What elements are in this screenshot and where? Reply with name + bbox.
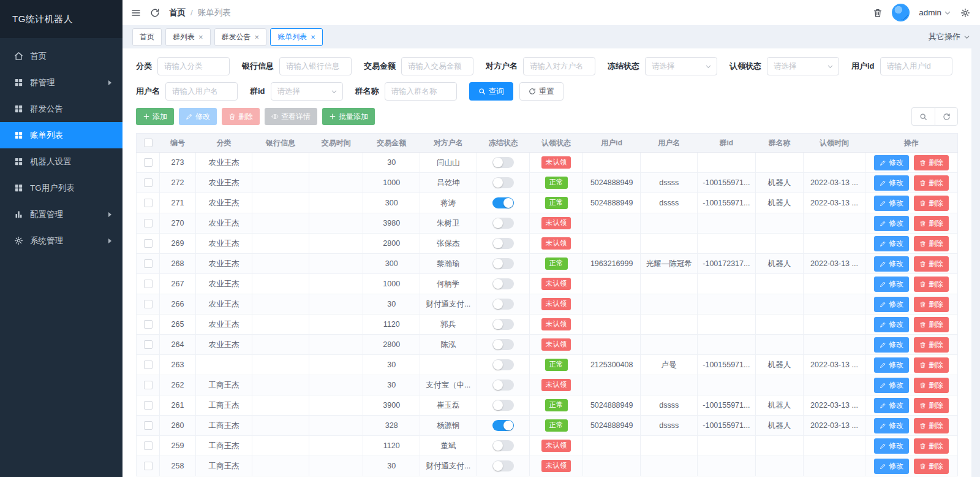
row-delete-button[interactable]: 删除 bbox=[914, 337, 949, 353]
row-checkbox[interactable] bbox=[144, 178, 153, 187]
row-checkbox[interactable] bbox=[144, 280, 153, 288]
filter-user-name-input[interactable] bbox=[165, 82, 238, 101]
select-all-checkbox[interactable] bbox=[144, 139, 153, 147]
row-edit-button[interactable]: 修改 bbox=[874, 438, 909, 454]
row-edit-button[interactable]: 修改 bbox=[874, 357, 909, 373]
frozen-toggle[interactable] bbox=[492, 440, 514, 451]
row-checkbox[interactable] bbox=[144, 320, 153, 329]
sidebar-item-tg-user-list[interactable]: TG用户列表 bbox=[0, 175, 123, 201]
row-edit-button[interactable]: 修改 bbox=[874, 277, 909, 292]
reload-page-button[interactable] bbox=[150, 8, 160, 18]
frozen-toggle[interactable] bbox=[492, 380, 514, 391]
reset-button[interactable]: 重置 bbox=[519, 82, 564, 101]
frozen-toggle[interactable] bbox=[492, 299, 514, 310]
row-delete-button[interactable]: 删除 bbox=[914, 438, 949, 454]
frozen-toggle[interactable] bbox=[492, 258, 514, 269]
row-edit-button[interactable]: 修改 bbox=[874, 196, 909, 211]
row-checkbox[interactable] bbox=[144, 158, 153, 167]
row-checkbox[interactable] bbox=[144, 239, 153, 248]
sidebar-item-robot-settings[interactable]: 机器人设置 bbox=[0, 148, 123, 175]
row-checkbox[interactable] bbox=[144, 259, 153, 268]
frozen-toggle[interactable] bbox=[492, 400, 514, 411]
row-edit-button[interactable]: 修改 bbox=[874, 256, 909, 272]
sidebar-item-group-manage[interactable]: 群管理 bbox=[0, 69, 123, 96]
filter-counterparty-input[interactable] bbox=[523, 57, 595, 75]
frozen-toggle[interactable] bbox=[492, 278, 514, 289]
row-checkbox[interactable] bbox=[144, 219, 153, 227]
table-refresh-button[interactable] bbox=[935, 107, 958, 126]
row-checkbox[interactable] bbox=[144, 401, 153, 410]
avatar[interactable] bbox=[892, 4, 910, 21]
row-delete-button[interactable]: 删除 bbox=[914, 317, 949, 332]
row-delete-button[interactable]: 删除 bbox=[914, 459, 949, 474]
row-edit-button[interactable]: 修改 bbox=[874, 317, 909, 332]
frozen-toggle[interactable] bbox=[492, 420, 514, 431]
row-edit-button[interactable]: 修改 bbox=[874, 175, 909, 191]
delete-button[interactable]: 删除 bbox=[222, 108, 260, 125]
row-checkbox[interactable] bbox=[144, 462, 153, 470]
row-edit-button[interactable]: 修改 bbox=[874, 155, 909, 170]
add-button[interactable]: 添加 bbox=[136, 108, 174, 125]
row-delete-button[interactable]: 删除 bbox=[914, 155, 949, 170]
filter-bank-info-input[interactable] bbox=[279, 57, 352, 75]
row-delete-button[interactable]: 删除 bbox=[914, 277, 949, 292]
breadcrumb-root[interactable]: 首页 bbox=[169, 7, 186, 18]
row-delete-button[interactable]: 删除 bbox=[914, 418, 949, 433]
filter-category-input[interactable] bbox=[157, 57, 230, 75]
sidebar-item-system-manage[interactable]: 系统管理 bbox=[0, 227, 123, 254]
row-edit-button[interactable]: 修改 bbox=[874, 459, 909, 474]
row-delete-button[interactable]: 删除 bbox=[914, 175, 949, 191]
row-edit-button[interactable]: 修改 bbox=[874, 418, 909, 433]
row-delete-button[interactable]: 删除 bbox=[914, 398, 949, 413]
filter-amount-input[interactable] bbox=[401, 57, 473, 75]
batch-add-button[interactable]: 批量添加 bbox=[322, 108, 375, 125]
row-edit-button[interactable]: 修改 bbox=[874, 378, 909, 393]
row-delete-button[interactable]: 删除 bbox=[914, 357, 949, 373]
row-checkbox[interactable] bbox=[144, 340, 153, 349]
query-button[interactable]: 查询 bbox=[469, 82, 513, 101]
sidebar-item-home[interactable]: 首页 bbox=[0, 43, 123, 69]
tab-group-list[interactable]: 群列表× bbox=[165, 28, 211, 46]
filter-group-name-input[interactable] bbox=[385, 82, 457, 101]
trash-button[interactable] bbox=[873, 8, 883, 18]
frozen-toggle[interactable] bbox=[492, 177, 514, 188]
sidebar-item-group-announce[interactable]: 群发公告 bbox=[0, 96, 123, 122]
sidebar-item-config-manage[interactable]: 配置管理 bbox=[0, 201, 123, 227]
close-icon[interactable]: × bbox=[255, 33, 260, 41]
filter-claim-status-select[interactable]: 请选择 bbox=[767, 57, 839, 75]
row-edit-button[interactable]: 修改 bbox=[874, 337, 909, 353]
row-delete-button[interactable]: 删除 bbox=[914, 378, 949, 393]
frozen-toggle[interactable] bbox=[492, 238, 514, 249]
view-detail-button[interactable]: 查看详情 bbox=[265, 108, 317, 125]
filter-user-id-input[interactable] bbox=[880, 57, 952, 75]
user-menu[interactable]: admin bbox=[919, 8, 951, 17]
frozen-toggle[interactable] bbox=[492, 359, 514, 370]
frozen-toggle[interactable] bbox=[492, 339, 514, 350]
row-checkbox[interactable] bbox=[144, 199, 153, 207]
row-checkbox[interactable] bbox=[144, 441, 153, 450]
edit-button[interactable]: 修改 bbox=[179, 108, 217, 125]
row-edit-button[interactable]: 修改 bbox=[874, 297, 909, 312]
frozen-toggle[interactable] bbox=[492, 460, 514, 471]
row-edit-button[interactable]: 修改 bbox=[874, 398, 909, 413]
row-edit-button[interactable]: 修改 bbox=[874, 216, 909, 231]
filter-frozen-status-select[interactable]: 请选择 bbox=[645, 57, 717, 75]
tab-group-announce[interactable]: 群发公告× bbox=[214, 28, 267, 46]
row-checkbox[interactable] bbox=[144, 421, 153, 430]
row-delete-button[interactable]: 删除 bbox=[914, 216, 949, 231]
tab-bill-list[interactable]: 账单列表× bbox=[270, 28, 323, 46]
row-checkbox[interactable] bbox=[144, 300, 153, 308]
close-icon[interactable]: × bbox=[198, 33, 203, 41]
tab-home[interactable]: 首页 bbox=[132, 28, 162, 46]
row-delete-button[interactable]: 删除 bbox=[914, 236, 949, 251]
frozen-toggle[interactable] bbox=[492, 157, 514, 168]
row-checkbox[interactable] bbox=[144, 361, 153, 369]
row-checkbox[interactable] bbox=[144, 381, 153, 389]
sidebar-item-bill-list[interactable]: 账单列表 bbox=[0, 122, 123, 148]
filter-group-id-select[interactable]: 请选择 bbox=[271, 82, 343, 101]
row-delete-button[interactable]: 删除 bbox=[914, 297, 949, 312]
row-delete-button[interactable]: 删除 bbox=[914, 196, 949, 211]
collapse-sidebar-button[interactable] bbox=[131, 8, 141, 18]
row-delete-button[interactable]: 删除 bbox=[914, 256, 949, 272]
table-search-button[interactable] bbox=[911, 107, 935, 126]
